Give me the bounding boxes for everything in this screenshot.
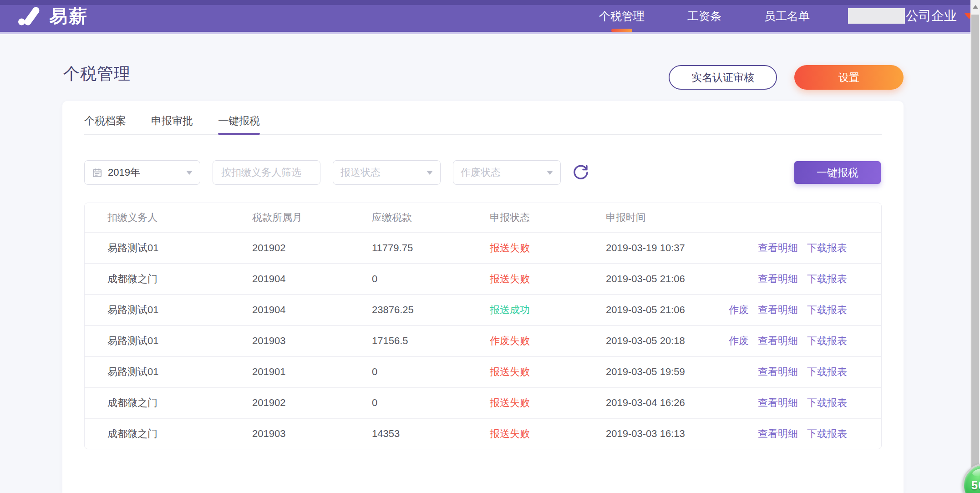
realname-audit-button[interactable]: 实名认证审核 (669, 65, 777, 90)
cell-time: 2019-03-05 21:06 (606, 273, 758, 285)
cell-month: 201904 (252, 273, 372, 285)
header-nav-item[interactable]: 个税管理 (599, 0, 645, 32)
table-row: 成都微之门 201902 0 报送失败 2019-03-04 16:26 查看明… (85, 387, 881, 418)
cell-month: 201902 (252, 397, 372, 409)
cell-agent: 成都微之门 (107, 427, 252, 441)
row-action-link[interactable]: 查看明细 (758, 272, 798, 286)
void-status-select[interactable]: 作废状态 (453, 160, 561, 185)
cell-time: 2019-03-03 16:13 (606, 428, 758, 440)
active-tab-underline (218, 133, 260, 135)
cell-actions: 作废查看明细下载报表 (729, 303, 847, 317)
submit-status-select[interactable]: 报送状态 (333, 160, 441, 185)
row-action-link[interactable]: 下载报表 (807, 396, 847, 410)
header-nav-item[interactable]: 员工名单 (764, 0, 810, 32)
row-action-link[interactable]: 查看明细 (758, 365, 798, 379)
tab-item[interactable]: 一键报税 (218, 107, 260, 134)
page-title: 个税管理 (63, 63, 131, 85)
cell-time: 2019-03-05 20:18 (606, 335, 729, 347)
tab-bar: 个税档案 申报审批 一键报税 (84, 101, 882, 135)
withholding-agent-filter-input[interactable] (220, 166, 313, 179)
cell-month: 201904 (252, 304, 372, 316)
arrow-up-icon (973, 5, 978, 9)
cell-time: 2019-03-04 16:26 (606, 397, 758, 409)
vertical-scrollbar[interactable] (970, 0, 980, 493)
table-row: 成都微之门 201903 14353 报送失败 2019-03-03 16:13… (85, 418, 881, 449)
scrollbar-thumb[interactable] (971, 15, 979, 493)
badge-gloss-highlight (972, 467, 980, 478)
cell-actions: 作废查看明细下载报表 (729, 334, 847, 348)
cell-agent: 成都微之门 (107, 396, 252, 410)
cell-agent: 易路测试01 (107, 303, 252, 317)
company-label: 公司企业 (906, 7, 957, 25)
void-status-placeholder: 作废状态 (461, 166, 501, 179)
brand-name: 易薪 (49, 4, 88, 29)
tab-item-label: 个税档案 (84, 114, 126, 128)
company-name-redacted (848, 8, 905, 24)
cell-status: 作废失败 (490, 334, 606, 348)
settings-button[interactable]: 设置 (794, 65, 904, 90)
cell-actions: 查看明细下载报表 (758, 427, 847, 441)
cell-tax: 0 (372, 397, 490, 409)
cell-tax: 11779.75 (372, 242, 490, 254)
table-row: 成都微之门 201904 0 报送失败 2019-03-05 21:06 查看明… (85, 263, 881, 294)
cell-tax: 17156.5 (372, 335, 490, 347)
tab-item[interactable]: 个税档案 (84, 107, 126, 134)
chevron-down-icon (547, 171, 553, 175)
cell-actions: 查看明细下载报表 (758, 396, 847, 410)
column-header-time: 申报时间 (606, 211, 847, 224)
row-action-link[interactable]: 下载报表 (807, 241, 847, 255)
row-action-link[interactable]: 下载报表 (807, 272, 847, 286)
table-header-row: 扣缴义务人 税款所属月 应缴税款 申报状态 申报时间 (85, 203, 881, 232)
floating-speed-badge[interactable]: 50 (962, 463, 980, 493)
tab-item[interactable]: 申报审批 (151, 107, 193, 134)
row-action-link[interactable]: 下载报表 (807, 427, 847, 441)
cell-agent: 易路测试01 (107, 334, 252, 348)
cell-status: 报送失败 (490, 427, 606, 441)
cell-month: 201902 (252, 242, 372, 254)
refresh-icon (573, 164, 589, 181)
cell-status: 报送失败 (490, 396, 606, 410)
header-nav-item-label: 员工名单 (764, 9, 810, 24)
scrollbar-up-button[interactable] (970, 0, 980, 14)
app-screen: 易薪 个税管理 工资条 员工名单 公司企业 个税管理 实名认证审核 设置 个税档… (0, 0, 980, 493)
row-action-link[interactable]: 作废 (729, 334, 749, 348)
cell-agent: 易路测试01 (107, 241, 252, 255)
row-action-link[interactable]: 下载报表 (807, 365, 847, 379)
table-row: 易路测试01 201902 11779.75 报送失败 2019-03-19 1… (85, 232, 881, 263)
table-row: 易路测试01 201904 23876.25 报送成功 2019-03-05 2… (85, 294, 881, 325)
row-action-link[interactable]: 查看明细 (758, 427, 798, 441)
row-action-link[interactable]: 查看明细 (758, 303, 798, 317)
table-row: 易路测试01 201903 17156.5 作废失败 2019-03-05 20… (85, 325, 881, 356)
row-action-link[interactable]: 查看明细 (758, 396, 798, 410)
column-header-tax: 应缴税款 (372, 211, 490, 224)
cell-agent: 成都微之门 (107, 272, 252, 286)
cell-month: 201901 (252, 366, 372, 378)
cell-time: 2019-03-05 21:06 (606, 304, 729, 316)
brand-logo[interactable]: 易薪 (16, 0, 88, 32)
company-selector[interactable]: 公司企业 (848, 0, 974, 32)
refresh-button[interactable] (572, 163, 590, 182)
year-select-value: 2019年 (108, 166, 140, 179)
cell-status: 报送失败 (490, 365, 606, 379)
filter-row: 2019年 报送状态 作废状态 一键报税 (84, 160, 882, 185)
withholding-agent-filter-field (213, 160, 320, 185)
column-header-status: 申报状态 (490, 211, 606, 224)
chevron-down-icon (427, 171, 433, 175)
column-header-agent: 扣缴义务人 (107, 211, 252, 224)
tab-item-label: 申报审批 (151, 114, 193, 128)
row-action-link[interactable]: 下载报表 (807, 303, 847, 317)
chevron-down-icon (186, 171, 193, 175)
active-nav-underline (611, 29, 632, 32)
row-action-link[interactable]: 下载报表 (807, 334, 847, 348)
row-action-link[interactable]: 作废 (729, 303, 749, 317)
cell-tax: 23876.25 (372, 304, 490, 316)
year-select[interactable]: 2019年 (84, 160, 200, 185)
row-action-link[interactable]: 查看明细 (758, 334, 798, 348)
content-card: 个税档案 申报审批 一键报税 2019年 (62, 101, 904, 493)
cell-actions: 查看明细下载报表 (758, 365, 847, 379)
header-nav-item[interactable]: 工资条 (687, 0, 721, 32)
one-click-tax-report-button[interactable]: 一键报税 (794, 161, 881, 184)
header-nav-item-label: 工资条 (687, 9, 721, 24)
row-action-link[interactable]: 查看明细 (758, 241, 798, 255)
cell-agent: 易路测试01 (107, 365, 252, 379)
